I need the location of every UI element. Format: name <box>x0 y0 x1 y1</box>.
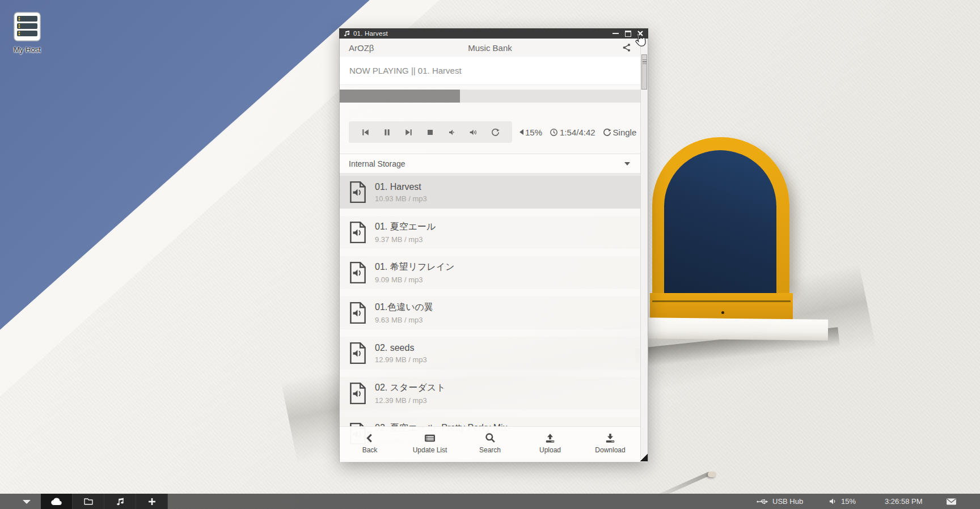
upload-icon <box>544 433 556 443</box>
next-button[interactable] <box>404 128 413 137</box>
window-titlebar[interactable]: 01. Harvest <box>339 28 648 39</box>
audio-file-icon <box>349 382 367 405</box>
window-body: ArOZβ Music Bank NOW PLAYING || 01. Harv… <box>339 39 648 462</box>
volume-up-button[interactable] <box>469 128 478 137</box>
volume-down-button[interactable] <box>447 128 456 137</box>
volume-status[interactable]: 15% <box>829 494 856 509</box>
maximize-button[interactable] <box>625 31 631 37</box>
pause-icon <box>383 128 391 137</box>
music-note-icon <box>116 497 124 506</box>
progress-fill <box>340 90 460 103</box>
chevron-left-icon <box>365 433 375 443</box>
speaker-icon <box>829 498 837 505</box>
wallpaper-ledge <box>647 317 828 340</box>
list-icon <box>424 433 436 443</box>
clock-status[interactable]: 3:26:58 PM <box>885 494 923 509</box>
taskbar: USB Hub 15% 3:26:58 PM <box>0 494 980 509</box>
track-row[interactable]: 01. Harvest 10.93 MB / mp3 <box>340 176 640 209</box>
page-title: Music Bank <box>340 43 640 53</box>
app-header: ArOZβ Music Bank <box>340 39 640 57</box>
search-icon <box>485 432 496 443</box>
wallpaper-peg <box>708 472 716 477</box>
volume-up-icon <box>469 128 478 137</box>
wallpaper-arched-window <box>652 137 789 294</box>
window-title: 01. Harvest <box>353 30 388 37</box>
storage-selector[interactable]: Internal Storage <box>340 154 640 174</box>
update-list-button[interactable]: Update List <box>400 427 460 460</box>
music-player-window: 01. Harvest ArOZβ Music Bank <box>339 28 648 462</box>
progress-bar[interactable] <box>340 90 640 103</box>
desktop-icon-label: My Host <box>7 45 48 54</box>
server-icon <box>12 11 42 43</box>
track-list: 01. Harvest 10.93 MB / mp3 01. 夏空エール 9.3… <box>340 176 640 457</box>
scrollbar[interactable] <box>640 39 648 459</box>
upload-button[interactable]: Upload <box>520 427 580 460</box>
stop-icon <box>426 128 434 137</box>
player-controls: 15% 1:54/4:42 Single <box>349 121 640 143</box>
repeat-icon <box>491 128 500 137</box>
usb-icon <box>757 498 768 505</box>
now-playing-bar: NOW PLAYING || 01. Harvest <box>340 57 640 85</box>
volume-indicator: 15% <box>519 128 542 137</box>
share-button[interactable] <box>622 43 631 52</box>
cloud-icon <box>50 497 63 506</box>
notifications-status[interactable] <box>946 494 957 509</box>
volume-triangle-icon <box>519 129 523 135</box>
audio-file-icon <box>349 261 367 284</box>
audio-file-icon <box>349 342 367 364</box>
folder-icon <box>83 497 94 506</box>
taskbar-tile-music[interactable] <box>104 494 136 509</box>
audio-file-icon <box>349 302 367 324</box>
taskbar-tile-files[interactable] <box>73 494 104 509</box>
audio-file-icon <box>349 221 367 244</box>
close-icon <box>637 31 643 36</box>
close-button[interactable] <box>637 31 643 36</box>
scrollbar-thumb[interactable] <box>641 54 647 90</box>
usb-hub-status[interactable]: USB Hub <box>757 494 803 509</box>
pause-button[interactable] <box>383 128 391 137</box>
stop-button[interactable] <box>426 128 434 137</box>
track-row[interactable]: 02. seeds 12.99 MB / mp3 <box>340 337 640 370</box>
track-row[interactable]: 01.色違いの翼 9.63 MB / mp3 <box>340 296 640 329</box>
time-indicator: 1:54/4:42 <box>550 128 595 137</box>
repeat-button[interactable] <box>491 128 500 137</box>
skip-next-icon <box>404 128 413 137</box>
repeat-icon <box>603 128 611 137</box>
bottom-toolbar: Back Update List <box>340 426 640 460</box>
audio-file-icon <box>349 181 367 203</box>
track-row[interactable]: 01. 希望リフレイン 9.09 MB / mp3 <box>340 256 640 289</box>
track-row[interactable]: 01. 夏空エール 9.37 MB / mp3 <box>340 216 640 249</box>
wallpaper-window-sill <box>650 293 793 320</box>
taskbar-apps <box>41 494 168 509</box>
envelope-icon <box>946 498 957 506</box>
share-icon <box>622 43 631 52</box>
chevron-down-icon <box>624 162 630 166</box>
plus-icon <box>148 498 156 506</box>
resize-handle[interactable] <box>640 454 648 461</box>
taskbar-tile-cloud[interactable] <box>41 494 73 509</box>
clock-icon <box>550 128 558 137</box>
music-note-icon <box>344 30 350 37</box>
chevron-down-icon[interactable] <box>23 500 31 504</box>
download-icon <box>605 433 616 443</box>
back-button[interactable]: Back <box>340 427 400 460</box>
wallpaper-window-glass <box>664 150 776 294</box>
now-playing-text: NOW PLAYING || 01. Harvest <box>349 66 462 75</box>
minimize-button[interactable] <box>612 33 619 34</box>
transport-controls <box>349 121 512 143</box>
storage-selector-value: Internal Storage <box>349 159 405 168</box>
download-button[interactable]: Download <box>580 427 640 460</box>
previous-button[interactable] <box>361 128 370 137</box>
track-row[interactable]: 02. スターダスト 12.39 MB / mp3 <box>340 377 640 410</box>
desktop-icon-my-host[interactable]: My Host <box>7 11 48 54</box>
taskbar-tile-add[interactable] <box>136 494 168 509</box>
volume-down-icon <box>447 128 456 137</box>
skip-previous-icon <box>361 128 370 137</box>
search-button[interactable]: Search <box>460 427 520 460</box>
playmode-toggle[interactable]: Single <box>603 128 637 137</box>
desktop: My Host 01. Harvest <box>0 0 980 509</box>
